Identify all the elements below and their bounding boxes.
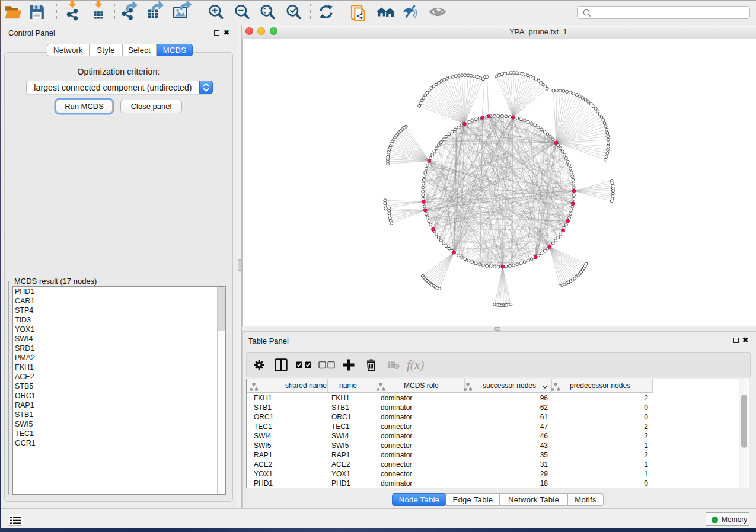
svg-text:f(x): f(x) [407,358,424,372]
